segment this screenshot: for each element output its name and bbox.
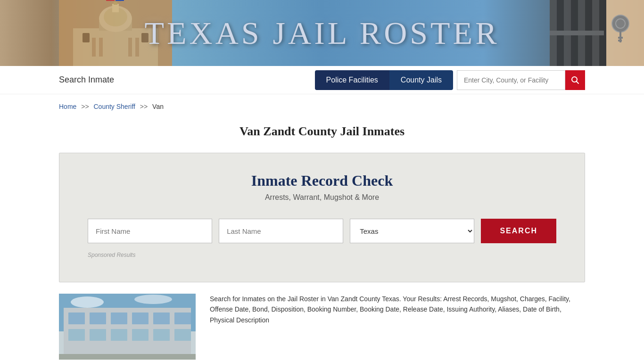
svg-rect-46 — [59, 354, 196, 360]
county-jails-button[interactable]: County Jails — [389, 70, 453, 90]
svg-rect-27 — [618, 37, 623, 39]
facility-search-input[interactable] — [457, 70, 565, 90]
svg-point-48 — [134, 295, 172, 304]
record-check-form: AlabamaAlaskaArizonaArkansasCaliforniaCo… — [88, 219, 556, 243]
svg-rect-23 — [550, 31, 604, 35]
header-banner: Texas Jail Roster — [0, 0, 644, 66]
breadcrumb-county-sheriff[interactable]: County Sheriff — [94, 103, 135, 110]
navbar: Search Inmate Police Facilities County J… — [0, 66, 644, 94]
bottom-description: Search for Inmates on the Jail Roster in… — [210, 294, 585, 360]
svg-rect-39 — [174, 313, 191, 324]
svg-rect-38 — [153, 313, 170, 324]
record-check-section: Inmate Record Check Arrests, Warrant, Mu… — [59, 153, 585, 282]
building-svg — [59, 294, 196, 360]
police-facilities-button[interactable]: Police Facilities — [315, 70, 389, 90]
last-name-input[interactable] — [219, 219, 343, 243]
svg-rect-9 — [128, 38, 132, 57]
record-search-button[interactable]: SEARCH — [481, 219, 556, 243]
state-select[interactable]: AlabamaAlaskaArizonaArkansasCaliforniaCo… — [350, 219, 474, 243]
svg-rect-34 — [68, 313, 85, 324]
navbar-right: Police Facilities County Jails — [315, 70, 585, 90]
bottom-section: Search for Inmates on the Jail Roster in… — [59, 294, 585, 360]
svg-rect-14 — [106, 0, 115, 1]
page-title: Van Zandt County Jail Inmates — [0, 124, 644, 139]
page-title-wrap: Van Zandt County Jail Inmates — [0, 115, 644, 143]
breadcrumb-sep1: >> — [81, 103, 89, 110]
svg-rect-41 — [90, 329, 106, 341]
svg-rect-5 — [112, 4, 119, 12]
breadcrumb-sep2: >> — [140, 103, 148, 110]
facility-search-wrap — [457, 70, 585, 90]
svg-rect-8 — [99, 38, 103, 57]
facility-image — [59, 294, 196, 360]
svg-rect-43 — [132, 329, 149, 341]
svg-rect-7 — [92, 38, 96, 57]
svg-rect-42 — [111, 329, 127, 341]
record-check-title: Inmate Record Check — [88, 172, 556, 189]
breadcrumb-home[interactable]: Home — [59, 103, 76, 110]
svg-rect-44 — [153, 329, 170, 341]
svg-rect-40 — [68, 329, 85, 341]
breadcrumb-current: Van — [152, 103, 164, 110]
svg-rect-11 — [83, 33, 90, 42]
svg-rect-16 — [116, 0, 124, 1]
svg-rect-6 — [114, 2, 117, 5]
svg-point-47 — [71, 296, 104, 308]
svg-line-30 — [577, 81, 579, 83]
svg-rect-35 — [90, 313, 106, 324]
svg-rect-18 — [606, 0, 644, 66]
facility-search-button[interactable] — [565, 70, 585, 90]
first-name-input[interactable] — [88, 219, 212, 243]
site-title: Texas Jail Roster — [144, 15, 499, 52]
sponsored-label: Sponsored Results — [88, 252, 556, 258]
keys-image — [550, 0, 644, 66]
svg-rect-28 — [618, 40, 622, 41]
svg-rect-45 — [174, 329, 191, 341]
svg-rect-37 — [132, 313, 149, 324]
svg-rect-10 — [135, 38, 139, 57]
breadcrumb: Home >> County Sheriff >> Van — [0, 94, 644, 115]
record-check-subtitle: Arrests, Warrant, Mugshot & More — [88, 193, 556, 202]
search-icon — [571, 76, 579, 84]
svg-rect-36 — [111, 313, 127, 324]
svg-point-24 — [612, 15, 629, 32]
search-inmate-label: Search Inmate — [59, 75, 114, 85]
